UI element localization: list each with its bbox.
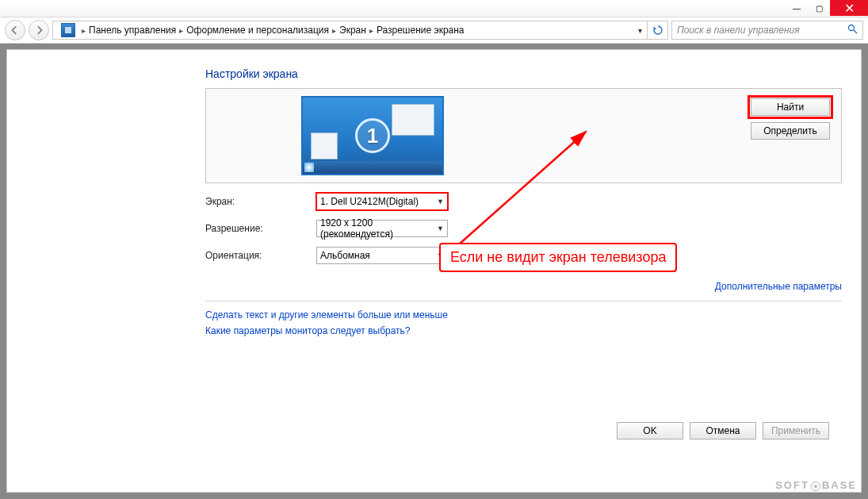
screen-select-value: 1. Dell U2412M(Digital) [320,196,419,207]
resolution-select-value: 1920 x 1200 (рекомендуется) [320,217,437,240]
close-button[interactable]: ✕ [830,0,868,16]
svg-point-0 [849,25,855,31]
navbar: ▸ Панель управления ▸ Оформление и персо… [0,17,868,44]
chevron-right-icon: ▸ [332,26,336,35]
resolution-select[interactable]: 1920 x 1200 (рекомендуется) ▼ [316,220,448,237]
monitor-number-badge: 1 [355,118,390,153]
resolution-label: Разрешение: [205,223,316,234]
chevron-down-icon: ▼ [437,225,444,232]
display-preview-box: 1 Найти Определить [205,88,842,183]
breadcrumb-item[interactable]: Панель управления [89,25,176,36]
orientation-label: Ориентация: [205,250,316,261]
titlebar: — ▢ ✕ [0,0,868,17]
refresh-icon [652,25,663,36]
screen-select[interactable]: 1. Dell U2412M(Digital) ▼ [316,193,448,210]
svg-line-1 [854,30,857,33]
forward-button[interactable] [29,20,49,40]
chevron-right-icon: ▸ [369,26,373,35]
text-size-link[interactable]: Сделать текст и другие элементы больше и… [205,309,842,321]
screen-label: Экран: [205,196,316,207]
chevron-down-icon: ▼ [437,198,444,205]
search-icon [847,24,858,36]
divider [205,301,842,301]
orientation-select[interactable]: Альбомная ▼ [316,247,448,264]
apply-button[interactable]: Применить [763,422,829,440]
arrow-right-icon [34,25,44,35]
advanced-settings-link[interactable]: Дополнительные параметры [715,281,842,292]
arrow-left-icon [10,25,20,35]
detect-display-button[interactable]: Определить [751,122,830,140]
breadcrumb-item[interactable]: Оформление и персонализация [186,25,329,36]
page-title: Настройки экрана [205,67,842,80]
preview-taskbar [303,161,442,174]
control-panel-icon [61,23,75,37]
ok-button[interactable]: OK [617,422,683,440]
content-area: Настройки экрана 1 Найти Определить Экра… [6,49,862,493]
search-box[interactable] [671,21,863,40]
minimize-button[interactable]: — [786,0,808,16]
refresh-button[interactable] [648,21,668,40]
chevron-right-icon: ▸ [82,26,86,35]
search-input[interactable] [677,25,847,36]
dialog-buttons: OK Отмена Применить [617,422,829,440]
orientation-select-value: Альбомная [320,250,370,261]
monitor-preview[interactable]: 1 [301,96,444,175]
preview-window-icon [392,104,434,136]
address-bar[interactable]: ▸ Панель управления ▸ Оформление и персо… [52,21,648,40]
find-display-button[interactable]: Найти [751,98,830,116]
back-button[interactable] [5,20,25,40]
monitor-help-link[interactable]: Какие параметры монитора следует выбрать… [205,325,842,336]
watermark-right: BASE [822,479,857,491]
watermark: SOFTBASE [775,479,857,491]
annotation-callout: Если не видит экран телевизора [439,243,677,272]
chevron-right-icon: ▸ [179,26,183,35]
breadcrumb-item[interactable]: Разрешение экрана [377,25,465,36]
breadcrumb-item[interactable]: Экран [339,25,366,36]
cancel-button[interactable]: Отмена [690,422,756,440]
watermark-left: SOFT [775,479,809,491]
preview-window-icon [311,132,338,159]
address-dropdown-icon[interactable]: ▾ [638,26,642,35]
maximize-button[interactable]: ▢ [808,0,830,16]
dot-icon [811,482,820,491]
